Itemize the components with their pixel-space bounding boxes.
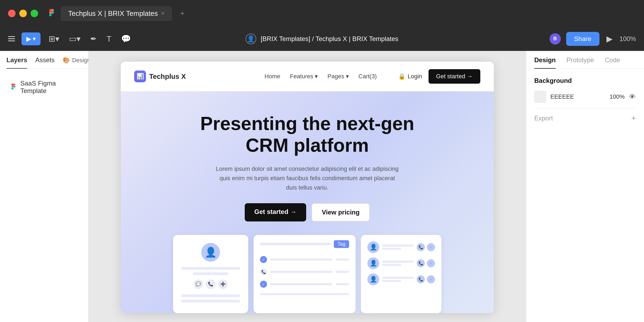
pen-tool[interactable]: ✒ [89,32,98,45]
nav-pages[interactable]: Pages ▾ [327,73,349,80]
export-add-button[interactable]: + [631,114,636,123]
layer-item[interactable]: SaaS Figma Template [6,75,82,99]
nav-cart[interactable]: Cart(3) [358,73,377,80]
profile-icon: 👤 [246,34,256,44]
frame-tool[interactable]: ⊞▾ [47,32,61,45]
mini-icon-row-3: 📞 ✓ [417,275,435,283]
mini-row-2: 👤 📞 ✓ [367,257,435,269]
menu-button[interactable] [8,36,15,41]
mini-lines-1 [382,243,414,251]
dashboard-cards: 👤 💬 📞 ➕ [134,235,480,313]
get-started-button[interactable]: Get started → [429,69,480,84]
nav-home[interactable]: Home [265,73,280,80]
titlebar: Techplus X | BRIX Templates × + [0,0,644,27]
cursor-icon: ▶ [26,35,31,43]
mini-icon-3a: 📞 [417,275,425,283]
hero-view-pricing-button[interactable]: View pricing [312,203,370,221]
visibility-toggle[interactable]: 👁 [629,93,636,101]
right-panel: Design Prototype Code Background EEEEEE … [526,51,644,322]
text-tool[interactable]: T [105,33,113,45]
breadcrumb-project: Techplus X [316,35,347,42]
login-button[interactable]: 🔒 Login [398,73,422,80]
hero-section: Presenting the next-gen CRM platform Lor… [121,91,494,313]
logo-icon: 📊 [134,71,146,82]
breadcrumb: [BRIX Templates] / Techplus X | BRIX Tem… [261,35,398,43]
select-tool[interactable]: ▶ ▾ [21,32,41,45]
right-panel-content: Background EEEEEE 100% 👁 Export + [526,69,644,135]
play-button[interactable]: ▶ [605,32,614,45]
card-icon-1: 💬 [193,279,203,289]
toolbar-center: 👤 [BRIX Templates] / Techplus X | BRIX T… [169,34,475,44]
mini-lines-3 [382,276,414,283]
mini-avatar-3: 👤 [367,273,379,285]
user-avatar: B [550,33,561,45]
nav-features[interactable]: Features ▾ [290,73,318,80]
card-wide-header: Tag [254,235,356,253]
card-row-2: 📞 [254,266,356,278]
breadcrumb-sep: / [312,35,316,42]
layer-item-label: SaaS Figma Template [20,80,78,95]
shape-tool[interactable]: ▭▾ [67,32,82,45]
mini-avatar-2: 👤 [367,257,379,269]
preview-card-left: 👤 💬 📞 ➕ [173,235,248,313]
zoom-level[interactable]: 100% [620,35,636,43]
fullscreen-button[interactable] [31,10,38,17]
toolbar: ▶ ▾ ⊞▾ ▭▾ ✒ T 💬 👤 [BRIX Templates] / Tec… [0,27,644,51]
tab-close-button[interactable]: × [161,10,164,17]
minimize-button[interactable] [19,10,27,17]
comment-tool[interactable]: 💬 [119,32,133,45]
site-navbar: 📊 Techplus X Home Features ▾ Pages ▾ Car… [121,62,494,91]
figma-icon [48,9,55,18]
row-line-1 [270,258,332,261]
card-row-1: ✓ [254,253,356,266]
background-row: EEEEEE 100% 👁 [534,91,636,103]
breadcrumb-sep2: | [349,35,352,42]
hero-subtitle: Lorem ipsum dolor sit amet consectetur a… [213,164,401,193]
mini-icon-2a: 📞 [417,259,425,267]
check-icon-2: 📞 [260,268,267,275]
tab-title: Techplus X | BRIX Templates [68,9,158,18]
right-panel-tabs: Design Prototype Code [526,51,644,69]
mini-line-3a [382,277,414,279]
divider-1 [534,108,636,108]
main-layout: Layers Assets 🎨 Design ▾ [0,51,644,322]
canvas-area[interactable]: 📊 Techplus X Home Features ▾ Pages ▾ Car… [89,51,526,322]
close-button[interactable] [8,10,16,17]
tab-prototype[interactable]: Prototype [566,56,594,69]
mini-icon-1a: 📞 [417,243,425,251]
site-logo: 📊 Techplus X [134,71,186,82]
site-nav: Home Features ▾ Pages ▾ Cart(3) [265,73,377,80]
preview-card-middle: Tag ✓ 📞 ✓ [254,235,356,313]
card-icon-2: 📞 [206,279,215,289]
mini-icon-3b: ✓ [427,275,435,283]
card-line-2 [193,272,228,275]
active-tab[interactable]: Techplus X | BRIX Templates × [61,6,172,21]
toolbar-left: ▶ ▾ ⊞▾ ▭▾ ✒ T 💬 [8,32,161,45]
figma-frame: 📊 Techplus X Home Features ▾ Pages ▾ Car… [121,62,494,313]
share-button[interactable]: Share [566,32,599,46]
panel-tabs: Layers Assets 🎨 Design ▾ [0,51,88,69]
card-icons: 💬 📞 ➕ [181,279,240,289]
mini-avatar-1: 👤 [367,241,379,253]
export-row: Export + [534,114,636,123]
tab-assets[interactable]: Assets [35,56,54,69]
opacity-value[interactable]: 100% [610,93,625,100]
check-icon-3: ✓ [260,281,267,288]
tab-code[interactable]: Code [605,56,620,69]
tab-layers[interactable]: Layers [6,56,27,69]
mini-line-1b [382,248,401,250]
card-row-3: ✓ [254,278,356,290]
tab-design[interactable]: Design [534,56,556,69]
mini-icon-row-1: 📞 ✓ [417,243,435,251]
card-line-4 [181,300,240,302]
color-hex-value[interactable]: EEEEEE [550,93,605,100]
mini-line-2a [382,261,414,263]
toolbar-right: B Share ▶ 100% [483,32,636,46]
new-tab-button[interactable]: + [180,9,184,18]
breadcrumb-org: [BRIX Templates] [261,35,310,42]
export-label: Export [534,114,553,122]
color-swatch[interactable] [534,91,546,103]
card-avatar: 👤 [201,243,220,262]
hero-get-started-button[interactable]: Get started → [245,203,306,221]
row-line-sm-2 [336,271,349,273]
